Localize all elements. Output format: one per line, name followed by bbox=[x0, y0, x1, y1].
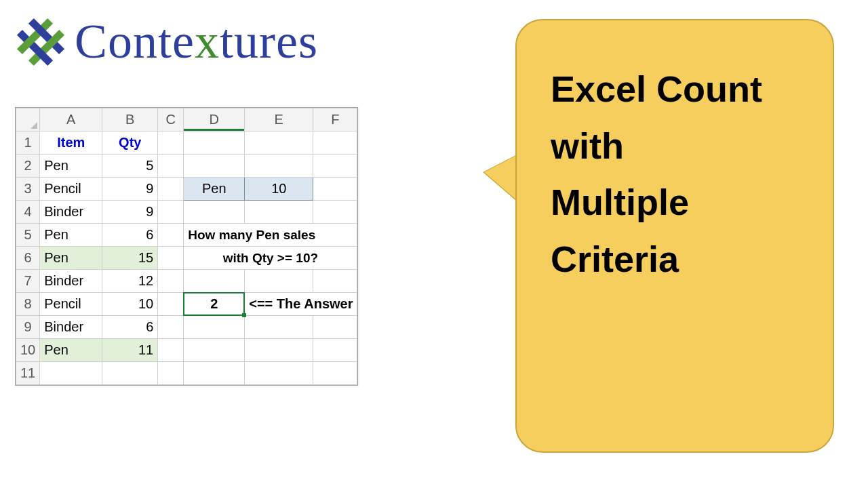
cell[interactable] bbox=[313, 178, 357, 201]
cell[interactable] bbox=[313, 270, 357, 293]
cell[interactable] bbox=[158, 339, 184, 362]
cell[interactable]: Pen bbox=[40, 339, 102, 362]
title-line: with bbox=[551, 118, 806, 175]
cell[interactable] bbox=[158, 201, 184, 224]
answer-cell[interactable]: 2 bbox=[184, 293, 245, 316]
cell[interactable] bbox=[184, 155, 245, 178]
cell[interactable] bbox=[245, 155, 313, 178]
callout-body: Excel Count with Multiple Criteria bbox=[515, 19, 834, 453]
cell[interactable] bbox=[313, 339, 357, 362]
criteria-qty-cell[interactable]: 10 bbox=[245, 178, 313, 201]
col-header-c[interactable]: C bbox=[158, 108, 184, 131]
grid[interactable]: A B C D E F 1 Item Qty 2 Pen 5 3 Pen bbox=[16, 108, 357, 385]
cell[interactable] bbox=[245, 339, 313, 362]
col-header-a[interactable]: A bbox=[40, 108, 102, 131]
cell[interactable]: Binder bbox=[40, 270, 102, 293]
row-header[interactable]: 3 bbox=[16, 178, 40, 201]
cell[interactable] bbox=[313, 155, 357, 178]
title-line: Criteria bbox=[551, 231, 806, 288]
cell[interactable] bbox=[102, 362, 158, 385]
answer-value: 2 bbox=[210, 296, 218, 311]
row-header[interactable]: 1 bbox=[16, 131, 40, 155]
cell[interactable] bbox=[158, 247, 184, 270]
cell[interactable] bbox=[158, 131, 184, 155]
row-header[interactable]: 5 bbox=[16, 224, 40, 247]
col-header-f[interactable]: F bbox=[313, 108, 357, 131]
cell[interactable]: 9 bbox=[102, 201, 158, 224]
question-line1: How many Pen sales bbox=[184, 224, 357, 247]
cell[interactable] bbox=[313, 131, 357, 155]
cell[interactable]: Pen bbox=[40, 247, 102, 270]
cell[interactable] bbox=[158, 293, 184, 316]
cell[interactable]: 10 bbox=[102, 293, 158, 316]
cell[interactable] bbox=[245, 362, 313, 385]
row-header[interactable]: 8 bbox=[16, 293, 40, 316]
cell[interactable]: 5 bbox=[102, 155, 158, 178]
cell[interactable]: Qty bbox=[102, 131, 158, 155]
title-line: Multiple bbox=[551, 174, 806, 231]
cell[interactable]: 9 bbox=[102, 178, 158, 201]
cell[interactable]: 12 bbox=[102, 270, 158, 293]
criteria-item-cell[interactable]: Pen bbox=[184, 178, 245, 201]
spreadsheet: A B C D E F 1 Item Qty 2 Pen 5 3 Pen bbox=[15, 107, 358, 386]
row-header[interactable]: 2 bbox=[16, 155, 40, 178]
cell[interactable] bbox=[158, 270, 184, 293]
cell[interactable]: Pencil bbox=[40, 293, 102, 316]
row-header[interactable]: 11 bbox=[16, 362, 40, 385]
row-header[interactable]: 6 bbox=[16, 247, 40, 270]
cell[interactable]: 15 bbox=[102, 247, 158, 270]
col-header-e[interactable]: E bbox=[245, 108, 313, 131]
cell[interactable] bbox=[158, 362, 184, 385]
cell[interactable] bbox=[158, 178, 184, 201]
row-header[interactable]: 9 bbox=[16, 316, 40, 339]
answer-label: <== The Answer bbox=[245, 293, 357, 316]
row-header[interactable]: 7 bbox=[16, 270, 40, 293]
cell[interactable]: Item bbox=[40, 131, 102, 155]
row-header[interactable]: 10 bbox=[16, 339, 40, 362]
cell[interactable] bbox=[184, 201, 245, 224]
cell[interactable] bbox=[313, 201, 357, 224]
cell[interactable] bbox=[245, 316, 313, 339]
select-all-corner[interactable] bbox=[16, 108, 40, 131]
cell[interactable] bbox=[245, 201, 313, 224]
cell[interactable]: Binder bbox=[40, 201, 102, 224]
title-callout: Excel Count with Multiple Criteria bbox=[515, 19, 834, 453]
row-header[interactable]: 4 bbox=[16, 201, 40, 224]
cell[interactable]: Pen bbox=[40, 224, 102, 247]
cell[interactable] bbox=[184, 270, 245, 293]
cell[interactable] bbox=[184, 339, 245, 362]
brand-logo: Contextures bbox=[14, 14, 318, 70]
cell[interactable]: Pen bbox=[40, 155, 102, 178]
brand-name: Contextures bbox=[75, 14, 318, 70]
cell[interactable] bbox=[313, 316, 357, 339]
hash-weave-icon bbox=[14, 15, 68, 69]
col-header-d[interactable]: D bbox=[184, 108, 245, 131]
cell[interactable]: 6 bbox=[102, 316, 158, 339]
cell[interactable] bbox=[158, 316, 184, 339]
cell[interactable] bbox=[184, 362, 245, 385]
cell[interactable] bbox=[184, 316, 245, 339]
cell[interactable]: Binder bbox=[40, 316, 102, 339]
cell[interactable]: 11 bbox=[102, 339, 158, 362]
cell[interactable] bbox=[313, 362, 357, 385]
cell[interactable]: 6 bbox=[102, 224, 158, 247]
cell[interactable] bbox=[40, 362, 102, 385]
cell[interactable] bbox=[245, 131, 313, 155]
cell[interactable] bbox=[158, 224, 184, 247]
title-line: Excel Count bbox=[551, 61, 806, 118]
cell[interactable] bbox=[245, 270, 313, 293]
cell[interactable]: Pencil bbox=[40, 178, 102, 201]
cell[interactable] bbox=[158, 155, 184, 178]
cell[interactable] bbox=[184, 131, 245, 155]
col-header-b[interactable]: B bbox=[102, 108, 158, 131]
question-line2: with Qty >= 10? bbox=[184, 247, 357, 270]
